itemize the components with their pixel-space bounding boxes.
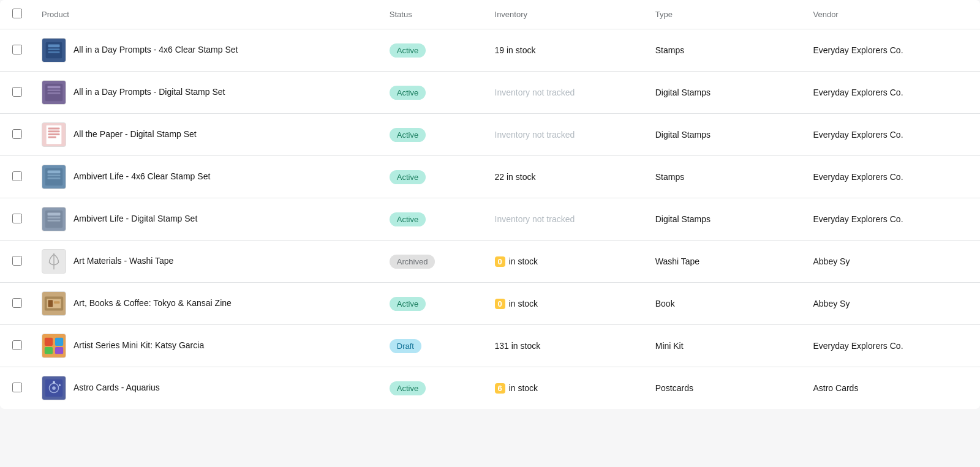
table-row: Astro Cards - AquariusActive6 in stockPo… bbox=[0, 367, 980, 409]
status-cell: Active bbox=[380, 198, 485, 241]
type-cell: Digital Stamps bbox=[646, 198, 804, 241]
product-thumbnail bbox=[42, 80, 66, 105]
product-thumbnail bbox=[42, 334, 66, 358]
vendor-column-header: Vendor bbox=[803, 0, 980, 29]
inventory-cell: 0 in stock bbox=[485, 241, 646, 283]
type-cell: Stamps bbox=[646, 156, 804, 198]
svg-rect-14 bbox=[48, 133, 60, 135]
type-cell: Book bbox=[646, 283, 804, 325]
vendor-cell: Abbey Sy bbox=[803, 283, 980, 325]
product-thumbnail bbox=[42, 207, 66, 231]
table-row: All in a Day Prompts - 4x6 Clear Stamp S… bbox=[0, 29, 980, 72]
status-badge: Draft bbox=[390, 339, 421, 353]
status-cell: Active bbox=[380, 29, 485, 72]
product-thumbnail bbox=[42, 291, 66, 316]
status-cell: Draft bbox=[380, 325, 485, 367]
product-name[interactable]: Art, Books & Coffee: Tokyo & Kansai Zine bbox=[74, 297, 232, 310]
product-cell: Ambivert Life - 4x6 Clear Stamp Set bbox=[32, 156, 380, 198]
inventory-count-badge: 0 bbox=[495, 299, 505, 309]
status-badge: Active bbox=[390, 170, 426, 184]
row-checkbox[interactable] bbox=[12, 256, 22, 266]
inventory-cell: 6 in stock bbox=[485, 367, 646, 409]
svg-rect-20 bbox=[48, 177, 61, 179]
status-cell: Active bbox=[380, 283, 485, 325]
product-cell: All the Paper - Digital Stamp Set bbox=[32, 114, 380, 156]
type-cell: Digital Stamps bbox=[646, 72, 804, 114]
product-cell: Art Materials - Washi Tape bbox=[32, 241, 380, 283]
product-name[interactable]: All in a Day Prompts - 4x6 Clear Stamp S… bbox=[74, 44, 238, 56]
svg-rect-23 bbox=[48, 213, 61, 216]
row-checkbox[interactable] bbox=[12, 214, 22, 223]
table-row: Art, Books & Coffee: Tokyo & Kansai Zine… bbox=[0, 283, 980, 325]
svg-rect-18 bbox=[48, 171, 61, 174]
row-checkbox-cell bbox=[0, 156, 32, 198]
row-checkbox[interactable] bbox=[12, 87, 22, 97]
table-row: Ambivert Life - 4x6 Clear Stamp SetActiv… bbox=[0, 156, 980, 198]
svg-rect-15 bbox=[48, 136, 56, 138]
product-thumbnail bbox=[42, 122, 66, 147]
product-name[interactable]: Ambivert Life - 4x6 Clear Stamp Set bbox=[74, 171, 210, 183]
svg-rect-2 bbox=[48, 45, 60, 48]
product-cell: All in a Day Prompts - Digital Stamp Set bbox=[32, 72, 380, 114]
product-name[interactable]: All in a Day Prompts - Digital Stamp Set bbox=[74, 86, 225, 99]
status-badge: Active bbox=[390, 43, 426, 58]
svg-rect-3 bbox=[48, 48, 60, 50]
svg-rect-9 bbox=[48, 92, 61, 94]
svg-rect-12 bbox=[48, 128, 60, 130]
table-row: Artist Series Mini Kit: Katsy GarciaDraf… bbox=[0, 325, 980, 367]
row-checkbox-cell bbox=[0, 283, 32, 325]
inventory-cell: Inventory not tracked bbox=[485, 114, 646, 156]
svg-rect-37 bbox=[55, 347, 63, 354]
vendor-cell: Everyday Explorers Co. bbox=[803, 325, 980, 367]
status-cell: Active bbox=[380, 114, 485, 156]
row-checkbox-cell bbox=[0, 325, 32, 367]
product-name[interactable]: Artist Series Mini Kit: Katsy Garcia bbox=[74, 340, 204, 352]
status-badge: Active bbox=[390, 86, 426, 100]
svg-rect-25 bbox=[48, 220, 61, 222]
select-all-header[interactable] bbox=[0, 0, 32, 29]
table-row: All in a Day Prompts - Digital Stamp Set… bbox=[0, 72, 980, 114]
inventory-cell: 22 in stock bbox=[485, 156, 646, 198]
svg-point-41 bbox=[52, 386, 56, 390]
product-name[interactable]: All the Paper - Digital Stamp Set bbox=[74, 129, 197, 141]
status-column-header: Status bbox=[380, 0, 485, 29]
product-name[interactable]: Art Materials - Washi Tape bbox=[74, 255, 173, 267]
product-cell: Art, Books & Coffee: Tokyo & Kansai Zine bbox=[32, 283, 380, 325]
svg-rect-31 bbox=[48, 300, 53, 307]
vendor-cell: Astro Cards bbox=[803, 367, 980, 409]
inventory-count-badge: 0 bbox=[495, 256, 505, 267]
select-all-checkbox[interactable] bbox=[12, 9, 22, 18]
status-badge: Active bbox=[390, 381, 426, 395]
row-checkbox[interactable] bbox=[12, 171, 22, 181]
row-checkbox[interactable] bbox=[12, 340, 22, 350]
status-badge: Active bbox=[390, 128, 426, 142]
row-checkbox[interactable] bbox=[12, 298, 22, 308]
inventory-cell: Inventory not tracked bbox=[485, 72, 646, 114]
status-cell: Archived bbox=[380, 241, 485, 283]
type-cell: Postcards bbox=[646, 367, 804, 409]
type-column-header: Type bbox=[646, 0, 804, 29]
row-checkbox-cell bbox=[0, 198, 32, 241]
product-name[interactable]: Ambivert Life - Digital Stamp Set bbox=[74, 213, 197, 225]
product-name[interactable]: Astro Cards - Aquarius bbox=[74, 382, 160, 394]
row-checkbox[interactable] bbox=[12, 383, 22, 392]
row-checkbox-cell bbox=[0, 29, 32, 72]
row-checkbox[interactable] bbox=[12, 129, 22, 139]
svg-rect-32 bbox=[54, 301, 60, 304]
svg-rect-34 bbox=[45, 338, 53, 346]
type-cell: Stamps bbox=[646, 29, 804, 72]
status-cell: Active bbox=[380, 156, 485, 198]
inventory-column-header: Inventory bbox=[485, 0, 646, 29]
svg-rect-36 bbox=[45, 347, 53, 354]
svg-rect-8 bbox=[48, 89, 61, 91]
product-cell: Artist Series Mini Kit: Katsy Garcia bbox=[32, 325, 380, 367]
product-thumbnail bbox=[42, 376, 66, 400]
inventory-cell: 131 in stock bbox=[485, 325, 646, 367]
table-row: Art Materials - Washi TapeArchived0 in s… bbox=[0, 241, 980, 283]
table-header: Product Status Inventory Type Vendor bbox=[0, 0, 980, 29]
table-row: All the Paper - Digital Stamp SetActiveI… bbox=[0, 114, 980, 156]
row-checkbox[interactable] bbox=[12, 45, 22, 54]
product-thumbnail bbox=[42, 38, 66, 62]
vendor-cell: Everyday Explorers Co. bbox=[803, 198, 980, 241]
type-cell: Digital Stamps bbox=[646, 114, 804, 156]
